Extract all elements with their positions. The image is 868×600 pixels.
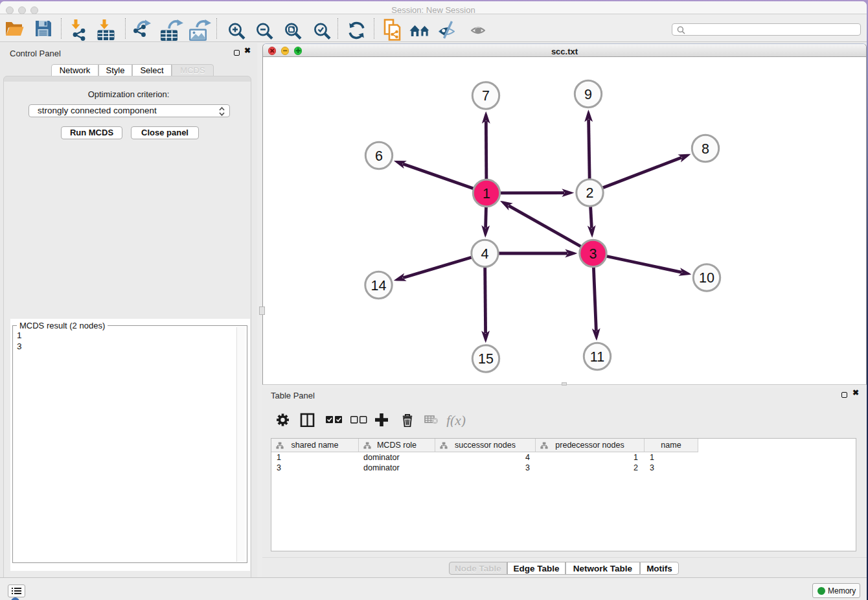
svg-text:1: 1 [483,186,490,202]
svg-text:2: 2 [586,185,594,201]
svg-text:3: 3 [589,246,597,262]
svg-text:8: 8 [702,141,709,157]
svg-text:4: 4 [481,246,489,262]
svg-text:f(x): f(x) [446,413,466,427]
svg-text:11: 11 [590,349,604,365]
svg-text:14: 14 [371,278,387,294]
svg-text:10: 10 [699,270,714,286]
svg-text:15: 15 [478,351,494,367]
svg-text:9: 9 [584,87,592,102]
svg-text:6: 6 [375,148,383,164]
svg-text:7: 7 [482,88,490,104]
